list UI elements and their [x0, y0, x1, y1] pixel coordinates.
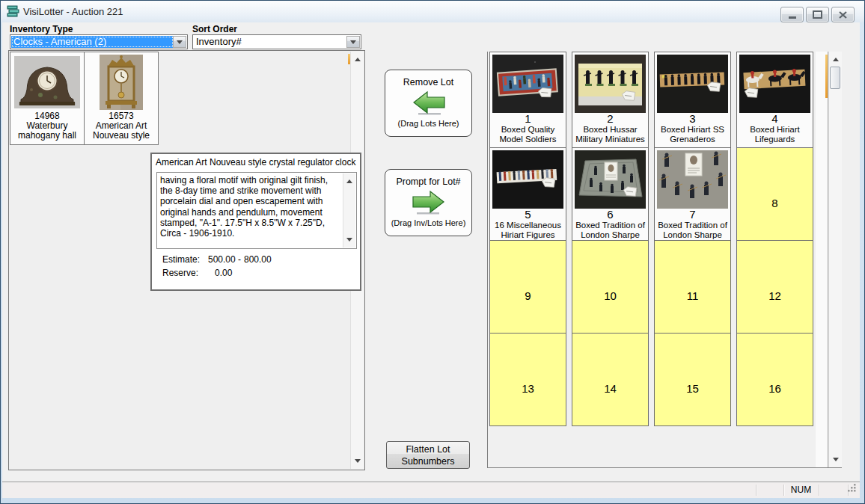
inventory-type-dropdown-button[interactable] [173, 36, 186, 48]
lot-label: Boxed Hiriart SS Grenaderos [655, 125, 730, 144]
lot-cell[interactable]: 14 [572, 333, 648, 425]
lot-photo [655, 150, 730, 209]
flatten-lot-subnumbers-button[interactable]: Flatten Lot Subnumbers [386, 441, 470, 469]
inventory-item[interactable]: 16573 American Art Nouveau style [84, 52, 159, 145]
scroll-down-icon [355, 459, 361, 463]
lot-label: Boxed Tradition of London Sharpe [655, 221, 730, 240]
estimate-low: 500.00 - [208, 254, 244, 265]
lot-cell[interactable]: 4 Boxed Hiriart Lifeguards [737, 55, 813, 147]
inventory-item-photo [85, 55, 158, 110]
lot-cell[interactable]: 7 Boxed Tradition of London Sharpe [655, 147, 730, 240]
maximize-button[interactable] [806, 7, 829, 22]
lot-label: Boxed Quality Model Soldiers [490, 125, 566, 144]
prompt-for-lot-hint: (Drag Inv/Lots Here) [385, 218, 471, 227]
scroll-up-icon [833, 58, 839, 61]
titlebar[interactable]: VisiLotter - Auction 221 [1, 1, 864, 22]
lot-cell[interactable]: 2 Boxed Hussar Military Miniatures [572, 55, 648, 147]
sort-order-dropdown-button[interactable] [346, 36, 360, 48]
lot-cell[interactable]: 13 [490, 333, 566, 425]
app-window: VisiLotter - Auction 221 Inventory Type … [0, 0, 865, 504]
lot-number: 1 [490, 113, 566, 125]
lot-column: 4 Boxed Hiriart Lifeguards 8 12 16 [736, 52, 813, 426]
lot-cell[interactable]: 16 [737, 333, 813, 425]
remove-lot-dropzone[interactable]: Remove Lot (Drag Lots Here) [385, 70, 472, 137]
scroll-up-button[interactable] [829, 53, 842, 66]
app-icon [7, 5, 20, 20]
prompt-for-lot-dropzone[interactable]: Prompt for Lot# (Drag Inv/Lots Here) [385, 169, 472, 236]
lot-number: 12 [737, 241, 813, 302]
scroll-down-icon [833, 458, 839, 461]
lot-cell[interactable]: 1 Boxed Quality Model Soldiers [490, 55, 566, 147]
lot-cell[interactable]: 9 [490, 240, 566, 333]
scroll-up-button[interactable] [351, 53, 364, 66]
green-arrow-right-icon [385, 189, 471, 218]
lot-label: 16 Miscellaneous Hiriart Figures [490, 221, 566, 240]
chevron-down-icon [350, 40, 356, 44]
window-title: VisiLotter - Auction 221 [23, 6, 123, 17]
sort-order-dropdown[interactable]: Inventory# [192, 34, 361, 49]
item-description-box[interactable]: having a floral motif with original gilt… [156, 172, 357, 249]
lot-cell[interactable]: 15 [655, 333, 730, 425]
reserve-label: Reserve: [162, 268, 208, 278]
scroll-up-button[interactable] [343, 175, 355, 188]
inventory-type-label: Inventory Type [10, 24, 73, 34]
lot-grid-panel[interactable]: 1 Boxed Quality Model Soldiers 5 16 Misc… [487, 52, 842, 468]
lot-number: 16 [737, 334, 813, 395]
scroll-down-icon [346, 238, 352, 242]
inventory-item-number: 16573 [85, 111, 158, 121]
scroll-down-button[interactable] [829, 453, 842, 466]
lot-number: 5 [490, 209, 566, 221]
lot-photo [737, 55, 813, 113]
lot-photo [490, 55, 566, 113]
green-arrow-left-icon [385, 90, 471, 118]
lot-cell[interactable]: 10 [572, 240, 648, 333]
lot-cell[interactable]: 6 Boxed Tradition of London Sharpe [572, 147, 648, 240]
flatten-button-line1: Flatten Lot [391, 443, 465, 455]
lot-cell[interactable]: 3 Boxed Hiriart SS Grenaderos [655, 55, 730, 147]
remove-lot-hint: (Drag Lots Here) [385, 119, 471, 128]
lot-number: 14 [572, 334, 648, 395]
reserve-row: Reserve:0.00 [162, 268, 232, 278]
item-description-text: having a floral motif with original gilt… [160, 175, 341, 247]
lot-column: 2 Boxed Hussar Military Miniatures 6 Box… [572, 52, 649, 426]
lot-number: 7 [655, 209, 730, 221]
scroll-up-icon [355, 58, 361, 61]
item-detail-title: American Art Nouveau style crystal regul… [152, 154, 360, 169]
description-scrollbar[interactable] [343, 173, 355, 248]
scrollbar-thumb[interactable] [830, 67, 840, 89]
sort-order-label: Sort Order [192, 24, 237, 34]
inventory-item-number: 14968 [10, 111, 84, 121]
lot-cell[interactable]: 11 [655, 240, 730, 333]
inventory-item-name: American Art Nouveau style [85, 121, 158, 141]
close-icon [839, 11, 847, 19]
item-detail-popup: American Art Nouveau style crystal regul… [150, 153, 361, 291]
lot-number: 10 [572, 241, 648, 302]
chevron-down-icon [177, 40, 183, 44]
lot-column: 1 Boxed Quality Model Soldiers 5 16 Misc… [489, 52, 566, 426]
estimate-row: Estimate:500.00 -800.00 [162, 254, 272, 265]
lot-label: Boxed Hussar Military Miniatures [572, 125, 648, 144]
lot-scrollbar[interactable] [828, 52, 842, 467]
lot-cell[interactable]: 8 [737, 147, 813, 240]
maximize-icon [813, 10, 822, 19]
lot-number: 8 [737, 148, 813, 209]
lot-number: 9 [490, 241, 566, 302]
minimize-button[interactable] [780, 7, 804, 22]
inventory-item[interactable]: 14968 Waterbury mahogany hall [10, 52, 85, 145]
resize-grip[interactable] [847, 482, 857, 496]
inventory-type-dropdown[interactable]: Clocks - American (2) [10, 34, 188, 49]
scroll-down-button[interactable] [343, 233, 355, 246]
lot-number: 13 [490, 334, 566, 395]
scroll-down-button[interactable] [351, 455, 364, 467]
lot-photo [655, 55, 730, 113]
lot-photo [572, 150, 648, 209]
lot-cell[interactable]: 12 [737, 240, 813, 333]
close-button[interactable] [831, 7, 855, 22]
lot-panel-gutter [816, 52, 828, 467]
scroll-up-icon [346, 179, 352, 183]
status-bar: NUM [2, 482, 860, 498]
lot-number: 2 [572, 113, 648, 125]
reserve-value: 0.00 [208, 268, 232, 278]
lot-label: Boxed Hiriart Lifeguards [737, 125, 813, 144]
lot-cell[interactable]: 5 16 Miscellaneous Hiriart Figures [490, 147, 566, 240]
